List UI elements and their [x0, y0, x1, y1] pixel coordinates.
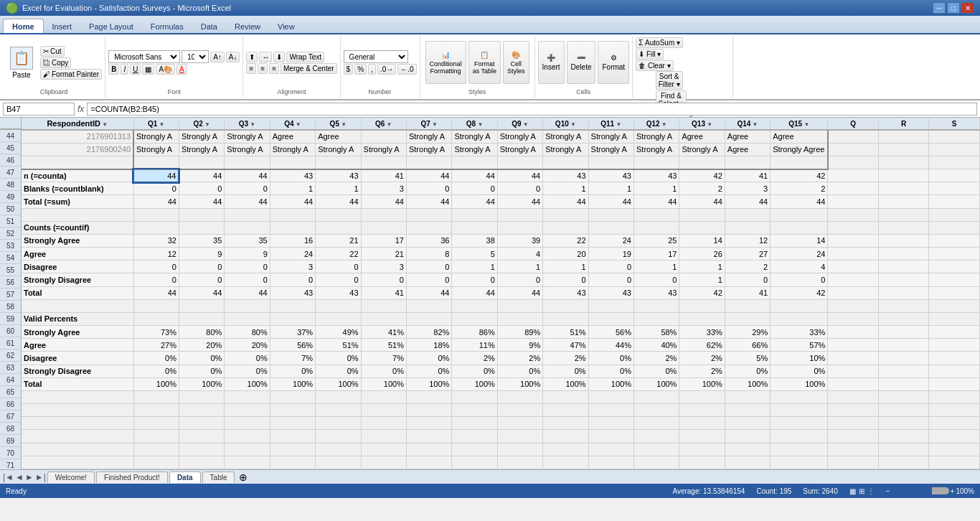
sheet-tab-table[interactable]: Table [202, 471, 235, 483]
cell-a51[interactable]: Counts (=countif) [22, 221, 133, 234]
cell-m45[interactable]: Strongly A [634, 143, 679, 156]
cell-a47[interactable]: n (=counta) [22, 169, 133, 182]
font-color-button[interactable]: A [176, 64, 187, 75]
cell-j45[interactable]: Strongly A [497, 143, 542, 156]
align-right-button[interactable]: ≡ [269, 63, 279, 74]
name-box[interactable] [3, 103, 75, 116]
row-70[interactable]: 70 [0, 447, 21, 459]
cell-q45[interactable] [828, 143, 878, 156]
col-q-header[interactable]: Q [828, 118, 878, 130]
window-controls[interactable]: ─ □ ✕ [933, 2, 974, 14]
row-46[interactable]: 46 [0, 154, 21, 166]
zoom-out-button[interactable]: − [886, 487, 890, 495]
tab-review[interactable]: Review [226, 19, 269, 33]
cell-e44[interactable]: Agree [270, 130, 315, 143]
cell-c45[interactable]: Strongly A [179, 143, 224, 156]
cell-o45[interactable]: Agree [725, 143, 770, 156]
close-button[interactable]: ✕ [961, 2, 974, 14]
row-61[interactable]: 61 [0, 337, 21, 349]
cell-b45[interactable]: Strongly A [133, 143, 179, 156]
cell-a52[interactable]: Strongly Agree [22, 234, 133, 247]
cell-f45[interactable]: Strongly A [316, 143, 361, 156]
cut-button[interactable]: ✂ Cut [40, 46, 65, 57]
row-63[interactable]: 63 [0, 362, 21, 374]
row-47[interactable]: 47 [0, 166, 21, 179]
cell-b44[interactable]: Strongly A [133, 130, 179, 143]
cell-a56[interactable]: Total [22, 286, 133, 299]
cell-e45[interactable]: Strongly A [270, 143, 315, 156]
cell-a44[interactable]: 2176901313 [22, 130, 133, 143]
currency-button[interactable]: $ [344, 64, 354, 75]
cell-a60[interactable]: Agree [22, 339, 133, 352]
cell-k45[interactable]: Strongly A [543, 143, 588, 156]
cell-f44[interactable]: Agree [316, 130, 361, 143]
increase-decimal-button[interactable]: .0→ [377, 64, 396, 75]
cell-j44[interactable]: Strongly A [497, 130, 542, 143]
cell-a53[interactable]: Agree [22, 248, 133, 260]
col-f-header[interactable]: Q5 [316, 118, 361, 130]
row-45[interactable]: 45 [0, 142, 21, 154]
insert-cells-button[interactable]: ➕ Insert [538, 41, 565, 84]
row-57[interactable]: 57 [0, 288, 21, 301]
col-d-header[interactable]: Q3 [225, 118, 270, 130]
row-44[interactable]: 44 [0, 130, 21, 142]
cell-styles-button[interactable]: 🎨 CellStyles [503, 41, 529, 84]
format-as-table-button[interactable]: 📋 Formatas Table [468, 41, 501, 84]
col-c-header[interactable]: Q2 [179, 118, 224, 130]
col-j-header[interactable]: Q9 [497, 118, 542, 130]
fill-color-button[interactable]: A🎨 [156, 64, 175, 75]
format-cells-button[interactable]: ⚙ Format [598, 41, 629, 84]
normal-view-icon[interactable]: ▦ [849, 487, 856, 495]
col-a-header[interactable]: RespondentID [22, 118, 133, 130]
row-58[interactable]: 58 [0, 301, 21, 313]
cell-n44[interactable]: Agree [679, 130, 725, 143]
col-p-header[interactable]: Q15 [771, 118, 828, 130]
cell-o44[interactable]: Agree [725, 130, 770, 143]
cell-a63[interactable]: Total [22, 377, 133, 390]
col-n-header[interactable]: Q13 [679, 118, 725, 130]
cell-i45[interactable]: Strongly A [452, 143, 497, 156]
row-55[interactable]: 55 [0, 264, 21, 276]
row-53[interactable]: 53 [0, 240, 21, 252]
row-54[interactable]: 54 [0, 252, 21, 264]
cell-a62[interactable]: Strongly Disagree [22, 365, 133, 377]
merge-center-button[interactable]: Merge & Center [281, 63, 337, 74]
tab-page-layout[interactable]: Page Layout [80, 19, 142, 33]
zoom-slider[interactable] [892, 487, 949, 494]
cell-a54[interactable]: Disagree [22, 260, 133, 273]
sheet-nav-last[interactable]: ►| [35, 472, 46, 482]
cell-l45[interactable]: Strongly A [588, 143, 633, 156]
col-s-header[interactable]: S [929, 118, 980, 130]
cell-h44[interactable]: Strongly A [406, 130, 451, 143]
decrease-font-button[interactable]: A↓ [226, 52, 240, 62]
cell-a58[interactable]: Valid Percents [22, 312, 133, 325]
cell-s44[interactable] [929, 130, 980, 143]
new-sheet-button[interactable]: ⊕ [239, 471, 248, 483]
copy-button[interactable]: ⿻ Copy [40, 57, 71, 68]
conditional-formatting-button[interactable]: 📊 ConditionalFormatting [425, 41, 466, 84]
cell-d45[interactable]: Strongly A [225, 143, 270, 156]
bold-button[interactable]: B [108, 64, 119, 75]
tab-home[interactable]: Home [3, 19, 44, 33]
cell-p45[interactable]: Strongly Agree [771, 143, 828, 156]
col-r-header[interactable]: R [878, 118, 928, 130]
row-67[interactable]: 67 [0, 410, 21, 423]
row-71[interactable]: 71 [0, 459, 21, 469]
formula-input[interactable] [87, 103, 977, 116]
increase-font-button[interactable]: A↑ [210, 52, 225, 62]
underline-button[interactable]: U [130, 64, 141, 75]
maximize-button[interactable]: □ [947, 2, 960, 14]
sheet-tab-finished[interactable]: Finished Product! [96, 471, 168, 483]
row-59[interactable]: 59 [0, 313, 21, 325]
tab-insert[interactable]: Insert [44, 19, 81, 33]
format-painter-button[interactable]: 🖌 Format Painter [40, 69, 102, 80]
align-top-button[interactable]: ⬆ [246, 52, 258, 62]
percent-button[interactable]: % [354, 64, 367, 75]
cell-a49[interactable]: Total (=sum) [22, 195, 133, 208]
row-51[interactable]: 51 [0, 215, 21, 227]
font-name-select[interactable]: Microsoft Sans [108, 50, 180, 63]
cell-b47[interactable]: 44 [133, 169, 179, 182]
cell-p44[interactable]: Agree [771, 130, 828, 143]
row-69[interactable]: 69 [0, 435, 21, 447]
col-o-header[interactable]: Q14 [725, 118, 770, 130]
